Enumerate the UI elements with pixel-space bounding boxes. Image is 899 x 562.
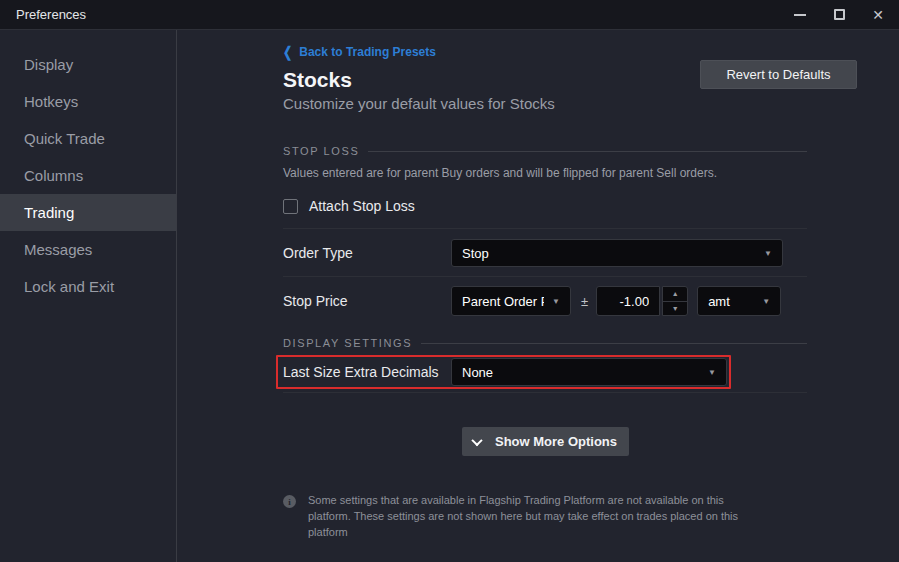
last-size-extra-decimals-dropdown[interactable]: None ▼ xyxy=(451,358,727,386)
sidebar-item-hotkeys[interactable]: Hotkeys xyxy=(0,83,176,120)
stop-price-offset-type-dropdown[interactable]: Parent Order Pr... ▼ xyxy=(451,286,571,316)
chevron-down-icon: ▼ xyxy=(700,368,716,377)
close-icon: ✕ xyxy=(872,8,884,22)
display-settings-section-title: DISPLAY SETTINGS xyxy=(283,337,412,349)
preferences-window: Preferences ✕ Display Hotkeys Quick Trad… xyxy=(0,0,899,562)
show-more-container: Show More Options xyxy=(283,427,807,456)
attach-stop-loss-checkbox[interactable] xyxy=(283,199,298,214)
order-type-value: Stop xyxy=(462,246,489,261)
last-size-extra-decimals-value: None xyxy=(462,365,493,380)
stop-price-amount-group: ▲ ▼ xyxy=(596,286,688,316)
stepper-up-button[interactable]: ▲ xyxy=(663,287,687,302)
section-rule xyxy=(421,343,807,344)
plus-minus-symbol: ± xyxy=(581,294,588,309)
chevron-down-icon xyxy=(471,434,482,445)
sidebar-item-messages[interactable]: Messages xyxy=(0,231,176,268)
sidebar-item-display[interactable]: Display xyxy=(0,46,176,83)
last-size-extra-decimals-label: Last Size Extra Decimals xyxy=(283,364,451,380)
close-button[interactable]: ✕ xyxy=(871,8,885,22)
show-more-options-button[interactable]: Show More Options xyxy=(462,427,629,456)
info-text: Some settings that are available in Flag… xyxy=(308,493,765,541)
stop-price-row: Stop Price Parent Order Pr... ▼ ± ▲ ▼ am… xyxy=(283,282,807,320)
platform-info-note: i Some settings that are available in Fl… xyxy=(283,493,765,541)
title-bar: Preferences ✕ xyxy=(0,0,899,30)
stepper-down-button[interactable]: ▼ xyxy=(663,302,687,316)
stop-price-unit-dropdown[interactable]: amt ▼ xyxy=(697,286,781,316)
maximize-icon xyxy=(834,9,845,20)
row-divider xyxy=(283,392,807,393)
sidebar-item-trading[interactable]: Trading xyxy=(0,194,176,231)
row-divider xyxy=(283,228,807,229)
stop-loss-description: Values entered are for parent Buy orders… xyxy=(283,166,807,180)
stop-price-offset-type-value: Parent Order Pr... xyxy=(462,294,544,309)
back-to-trading-presets-link[interactable]: ❮ Back to Trading Presets xyxy=(283,45,436,59)
stop-price-unit-value: amt xyxy=(708,294,730,309)
window-title: Preferences xyxy=(16,7,86,22)
show-more-options-label: Show More Options xyxy=(495,434,617,449)
content-panel: ❮ Back to Trading Presets Revert to Defa… xyxy=(177,30,899,562)
row-divider xyxy=(283,276,807,277)
back-link-label: Back to Trading Presets xyxy=(299,45,436,59)
sidebar-item-columns[interactable]: Columns xyxy=(0,157,176,194)
maximize-button[interactable] xyxy=(832,8,846,22)
chevron-down-icon: ▼ xyxy=(756,249,772,258)
attach-stop-loss-label: Attach Stop Loss xyxy=(309,198,415,214)
stop-loss-section-header: STOP LOSS xyxy=(283,145,807,157)
chevron-down-icon: ▼ xyxy=(544,297,560,306)
attach-stop-loss-row: Attach Stop Loss xyxy=(283,197,807,215)
stop-price-amount-input[interactable] xyxy=(596,286,660,316)
section-rule xyxy=(368,151,807,152)
display-settings-section-header: DISPLAY SETTINGS xyxy=(283,337,807,349)
chevron-down-icon: ▼ xyxy=(754,297,770,306)
sidebar-item-quick-trade[interactable]: Quick Trade xyxy=(0,120,176,157)
info-icon: i xyxy=(283,495,296,508)
sidebar-item-lock-and-exit[interactable]: Lock and Exit xyxy=(0,268,176,305)
page-subtitle: Customize your default values for Stocks xyxy=(283,95,807,112)
minimize-button[interactable] xyxy=(793,8,807,22)
minimize-icon xyxy=(794,14,806,16)
chevron-left-icon: ❮ xyxy=(283,45,292,59)
revert-to-defaults-button[interactable]: Revert to Defaults xyxy=(700,60,857,89)
stop-price-label: Stop Price xyxy=(283,293,451,309)
last-size-extra-decimals-row-highlighted: Last Size Extra Decimals None ▼ xyxy=(276,355,731,389)
stop-loss-section-title: STOP LOSS xyxy=(283,145,359,157)
stop-price-amount-stepper: ▲ ▼ xyxy=(662,286,688,316)
sidebar: Display Hotkeys Quick Trade Columns Trad… xyxy=(0,30,177,562)
app-body: Display Hotkeys Quick Trade Columns Trad… xyxy=(0,30,899,562)
order-type-dropdown[interactable]: Stop ▼ xyxy=(451,239,783,267)
window-controls: ✕ xyxy=(793,8,899,22)
order-type-row: Order Type Stop ▼ xyxy=(283,234,807,272)
order-type-label: Order Type xyxy=(283,245,451,261)
